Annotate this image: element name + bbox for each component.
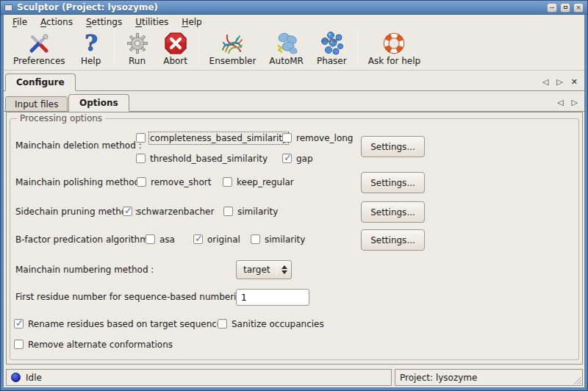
tab-configure[interactable]: Configure <box>5 73 76 91</box>
menu-file[interactable]: File <box>7 16 33 28</box>
checkbox-threshold-based-similarity[interactable]: threshold_based_similarity <box>136 153 268 164</box>
toolbar-phaser-button[interactable]: phaser Phaser <box>310 31 354 66</box>
toolbar-run-button[interactable]: Run <box>118 31 157 66</box>
menu-help[interactable]: Help <box>176 16 207 28</box>
checkbox-bfactor-similarity[interactable]: similarity <box>251 234 305 245</box>
toolbar-abort-button[interactable]: Abort <box>157 31 195 66</box>
checkbox-remove-short[interactable]: remove_short <box>137 176 211 187</box>
menu-utilities[interactable]: Utilities <box>129 16 174 28</box>
toolbar-label: Phaser <box>317 56 347 66</box>
tab-scroll-right-icon[interactable]: ▷ <box>556 77 562 87</box>
toolbar-label: Run <box>129 56 146 66</box>
automr-icon <box>274 31 299 56</box>
titlebar[interactable]: Sculptor (Project: lysozyme) − × <box>1 1 587 15</box>
resize-grip[interactable] <box>572 375 581 384</box>
checkbox-remove-long[interactable]: remove_long <box>282 132 353 143</box>
toolbar: Preferences ? Help <box>4 29 584 71</box>
toolbar-separator <box>357 32 358 65</box>
settings-button-bfactor[interactable]: Settings... <box>361 229 425 251</box>
toolbar-ensembler-button[interactable]: Ensembler <box>203 31 263 66</box>
toolbar-label: Ask for help <box>368 56 420 66</box>
tab-input-files[interactable]: Input files <box>5 96 68 112</box>
abort-icon <box>163 31 188 56</box>
checkbox-box[interactable] <box>136 133 146 143</box>
checkbox-box[interactable] <box>282 133 292 143</box>
checkbox-box[interactable] <box>123 207 132 216</box>
checkbox-gap[interactable]: gap <box>282 153 313 164</box>
label-bfactor-predication-algorithm: B-factor predication algorithm : <box>15 234 154 245</box>
menu-actions[interactable]: Actions <box>35 16 79 28</box>
subtab-scroll-right-icon[interactable]: ▷ <box>572 98 578 107</box>
checkbox-box[interactable] <box>14 340 24 349</box>
project-text: Project: lysozyme <box>400 373 477 383</box>
toolbar-help-button[interactable]: ? Help <box>72 31 110 66</box>
toolbar-preferences-button[interactable]: Preferences <box>7 31 72 66</box>
label-sidechain-pruning-method: Sidechain pruning method : <box>15 207 138 217</box>
toolbar-automr-button[interactable]: AutoMR <box>262 31 310 66</box>
checkbox-schwarzenbacher[interactable]: schwarzenbacher <box>123 206 214 217</box>
toolbar-separator <box>198 32 199 65</box>
numbering-method-dropdown[interactable]: target <box>236 260 292 279</box>
group-title: Processing options <box>17 113 105 123</box>
checkbox-box[interactable] <box>251 234 260 244</box>
tab-close-icon[interactable]: ✕ <box>571 77 578 87</box>
menu-settings[interactable]: Settings <box>80 16 128 28</box>
checkbox-box[interactable] <box>223 207 233 216</box>
content-area: Processing options Mainchain deletion me… <box>4 112 584 366</box>
toolbar-label: Ensembler <box>209 56 257 66</box>
tools-icon <box>26 31 51 56</box>
arrow-down-icon <box>282 270 287 274</box>
first-residue-number-input[interactable] <box>236 289 309 306</box>
project-panel: Project: lysozyme <box>395 369 583 386</box>
arrow-up-icon <box>282 265 287 269</box>
checkbox-box[interactable] <box>282 154 292 163</box>
checkbox-remove-alternate-conformations[interactable]: Remove alternate conformations <box>14 339 173 350</box>
subtab-scroll-left-icon[interactable]: ◁ <box>557 98 563 107</box>
toolbar-label: Abort <box>163 56 187 66</box>
label-mainchain-deletion-method: Mainchain deletion method : <box>15 140 142 151</box>
status-panel: Idle <box>6 369 392 386</box>
settings-button-deletion[interactable]: Settings... <box>361 136 425 157</box>
spinner-arrows-icon[interactable] <box>277 265 291 274</box>
main-tabbar: Configure ◁ ▷ ✕ <box>4 71 584 91</box>
window-title: Sculptor (Project: lysozyme) <box>17 2 158 12</box>
window-icon <box>4 4 12 11</box>
toolbar-label: Preferences <box>13 56 65 66</box>
checkbox-keep-regular[interactable]: keep_regular <box>223 176 294 187</box>
checkbox-asa[interactable]: asa <box>146 234 175 245</box>
settings-button-polishing[interactable]: Settings... <box>361 172 425 193</box>
toolbar-separator <box>114 32 115 65</box>
settings-button-pruning[interactable]: Settings... <box>361 201 425 223</box>
checkbox-pruning-similarity[interactable]: similarity <box>223 206 278 217</box>
lifebuoy-icon <box>381 31 406 56</box>
checkbox-box[interactable] <box>136 154 146 163</box>
checkbox-sanitize-occupancies[interactable]: Sanitize occupancies <box>218 318 324 329</box>
checkbox-box[interactable] <box>223 177 232 187</box>
label-mainchain-polishing-method: Mainchain polishing method : <box>15 177 146 187</box>
dropdown-value: target <box>237 265 276 275</box>
checkbox-original[interactable]: original <box>193 234 240 245</box>
status-text: Idle <box>26 373 42 383</box>
statusbar: Idle Project: lysozyme <box>4 366 584 387</box>
checkbox-box[interactable] <box>146 234 155 244</box>
checkbox-completeness-based-similarity[interactable]: completeness_based_similarity <box>136 132 287 143</box>
tab-scroll-left-icon[interactable]: ◁ <box>542 77 548 87</box>
toolbar-label: AutoMR <box>269 56 304 66</box>
options-pane: Processing options Mainchain deletion me… <box>6 112 583 365</box>
label-first-residue-number: First residue number for sequence-based … <box>15 292 254 302</box>
ensembler-icon <box>220 31 245 56</box>
toolbar-ask-for-help-button[interactable]: Ask for help <box>362 31 427 66</box>
toolbar-label: Help <box>81 56 101 66</box>
gear-icon <box>125 31 150 56</box>
application-window: Sculptor (Project: lysozyme) − × File Ac… <box>0 0 588 391</box>
checkbox-box[interactable] <box>218 319 227 329</box>
minimize-icon[interactable]: − <box>547 3 557 12</box>
checkbox-rename-residues[interactable]: Rename residues based on target sequence <box>14 318 222 329</box>
close-icon[interactable]: × <box>573 3 584 12</box>
window-frame: File Actions Settings Utilities Help <box>1 15 587 390</box>
checkbox-box[interactable] <box>193 234 203 244</box>
checkbox-box[interactable] <box>137 177 146 187</box>
checkbox-box[interactable] <box>14 319 24 329</box>
tab-options[interactable]: Options <box>68 94 129 112</box>
maximize-icon[interactable] <box>560 3 570 12</box>
